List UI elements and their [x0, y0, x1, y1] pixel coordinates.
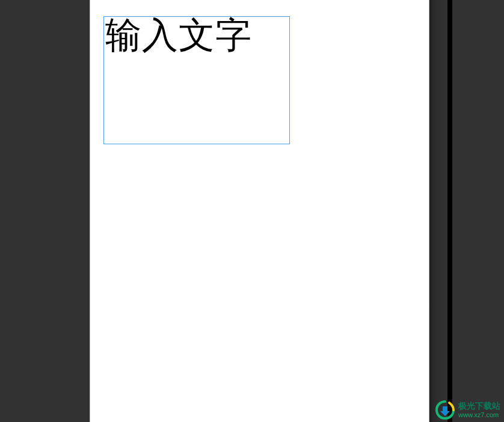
- canvas-right-margin: [452, 0, 504, 422]
- page-shadow: [429, 0, 447, 422]
- document-page[interactable]: 输入文字: [90, 0, 429, 422]
- text-frame[interactable]: 输入文字: [103, 16, 290, 144]
- canvas-area: 输入文字 极光下载站 www.xz7.com: [0, 0, 504, 422]
- text-frame-placeholder[interactable]: 输入文字: [104, 17, 289, 55]
- scrollbar-vertical[interactable]: [447, 0, 452, 422]
